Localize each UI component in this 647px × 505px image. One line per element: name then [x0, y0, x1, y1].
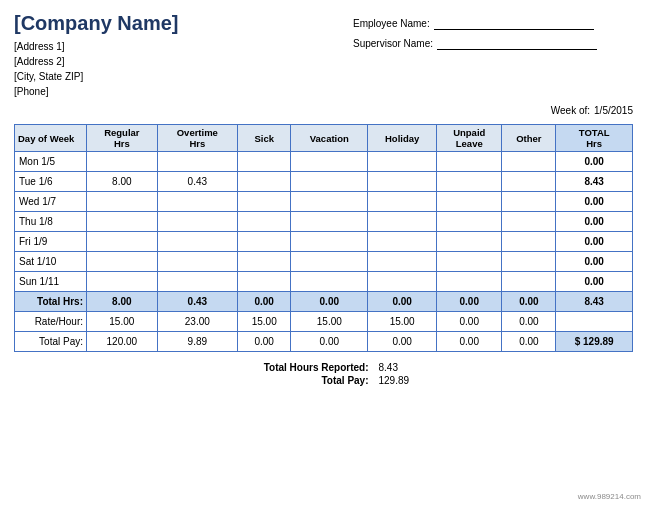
- table-cell[interactable]: [437, 192, 502, 212]
- rate-cell[interactable]: 23.00: [157, 312, 237, 332]
- table-cell[interactable]: 0.00: [556, 232, 633, 252]
- table-cell[interactable]: [502, 252, 556, 272]
- table-cell[interactable]: 0.43: [157, 172, 237, 192]
- table-cell: Mon 1/5: [15, 152, 87, 172]
- total-hrs-cell: 0.00: [237, 292, 290, 312]
- rate-row: Rate/Hour:15.0023.0015.0015.0015.000.000…: [15, 312, 633, 332]
- table-cell[interactable]: 0.00: [556, 212, 633, 232]
- table-cell[interactable]: [368, 192, 437, 212]
- table-cell[interactable]: [291, 252, 368, 272]
- total-pay-cell: 0.00: [368, 332, 437, 352]
- table-cell[interactable]: [368, 152, 437, 172]
- supervisor-name-label: Supervisor Name:: [353, 38, 433, 49]
- week-value: 1/5/2015: [594, 105, 633, 116]
- table-cell[interactable]: 0.00: [556, 192, 633, 212]
- table-cell[interactable]: [437, 172, 502, 192]
- table-cell: Thu 1/8: [15, 212, 87, 232]
- table-cell[interactable]: [368, 272, 437, 292]
- total-hrs-cell: 8.00: [87, 292, 158, 312]
- table-cell[interactable]: [237, 172, 290, 192]
- table-row: Mon 1/50.00: [15, 152, 633, 172]
- col-header-holiday: Holiday: [368, 125, 437, 152]
- supervisor-name-field[interactable]: [437, 36, 597, 50]
- table-cell[interactable]: [291, 272, 368, 292]
- total-hrs-cell: 0.00: [437, 292, 502, 312]
- table-cell[interactable]: [237, 232, 290, 252]
- total-pay-cell: $ 129.89: [556, 332, 633, 352]
- table-cell[interactable]: [157, 192, 237, 212]
- table-cell[interactable]: [291, 232, 368, 252]
- table-cell[interactable]: [157, 152, 237, 172]
- rate-cell[interactable]: [556, 312, 633, 332]
- table-cell[interactable]: 8.43: [556, 172, 633, 192]
- table-cell[interactable]: [502, 172, 556, 192]
- table-cell[interactable]: [87, 152, 158, 172]
- table-cell[interactable]: [437, 272, 502, 292]
- col-header-total: TOTALHrs: [556, 125, 633, 152]
- table-cell[interactable]: [502, 232, 556, 252]
- table-cell[interactable]: [368, 232, 437, 252]
- table-cell[interactable]: [157, 232, 237, 252]
- table-cell: Tue 1/6: [15, 172, 87, 192]
- table-cell[interactable]: [157, 252, 237, 272]
- total-pay-cell: 0.00: [237, 332, 290, 352]
- table-cell[interactable]: [237, 272, 290, 292]
- table-header-row: Day of Week RegularHrs OvertimeHrs Sick …: [15, 125, 633, 152]
- week-row: Week of: 1/5/2015: [14, 105, 633, 116]
- total-pay-cell: 0.00: [291, 332, 368, 352]
- table-cell[interactable]: [291, 192, 368, 212]
- table-cell[interactable]: 0.00: [556, 252, 633, 272]
- table-cell[interactable]: [368, 252, 437, 272]
- table-cell[interactable]: 0.00: [556, 272, 633, 292]
- table-cell[interactable]: [502, 192, 556, 212]
- table-cell[interactable]: [237, 192, 290, 212]
- col-header-unpaid: UnpaidLeave: [437, 125, 502, 152]
- total-hrs-cell: 0.43: [157, 292, 237, 312]
- summary-pay-row: Total Pay: 129.89: [14, 375, 633, 386]
- table-cell[interactable]: [437, 212, 502, 232]
- table-cell[interactable]: [502, 152, 556, 172]
- rate-cell[interactable]: 0.00: [437, 312, 502, 332]
- table-row: Tue 1/68.000.438.43: [15, 172, 633, 192]
- table-cell[interactable]: [157, 212, 237, 232]
- table-row: Thu 1/80.00: [15, 212, 633, 232]
- phone: [Phone]: [14, 84, 178, 99]
- table-cell[interactable]: [237, 212, 290, 232]
- table-cell[interactable]: [437, 232, 502, 252]
- summary-hours-value: 8.43: [379, 362, 439, 373]
- rate-cell[interactable]: 15.00: [87, 312, 158, 332]
- rate-cell[interactable]: 15.00: [368, 312, 437, 332]
- table-cell[interactable]: [437, 152, 502, 172]
- rate-cell[interactable]: 15.00: [237, 312, 290, 332]
- table-cell[interactable]: [291, 172, 368, 192]
- table-cell[interactable]: [87, 212, 158, 232]
- table-cell[interactable]: [237, 252, 290, 272]
- table-cell[interactable]: [157, 272, 237, 292]
- rate-cell[interactable]: 0.00: [502, 312, 556, 332]
- employee-name-field[interactable]: [434, 16, 594, 30]
- table-cell[interactable]: [437, 252, 502, 272]
- table-cell[interactable]: [237, 152, 290, 172]
- city-state-zip: [City, State ZIP]: [14, 69, 178, 84]
- table-cell[interactable]: [502, 272, 556, 292]
- employee-info: Employee Name: Supervisor Name:: [353, 12, 633, 99]
- table-cell[interactable]: [87, 252, 158, 272]
- company-name: [Company Name]: [14, 12, 178, 35]
- table-cell[interactable]: [291, 152, 368, 172]
- table-cell[interactable]: [87, 192, 158, 212]
- col-header-overtime: OvertimeHrs: [157, 125, 237, 152]
- table-cell[interactable]: [291, 212, 368, 232]
- total-hrs-cell: 0.00: [368, 292, 437, 312]
- address1: [Address 1]: [14, 39, 178, 54]
- week-label: Week of:: [551, 105, 590, 116]
- table-cell[interactable]: [87, 272, 158, 292]
- total-pay-cell: 0.00: [502, 332, 556, 352]
- table-cell[interactable]: [87, 232, 158, 252]
- table-cell[interactable]: [368, 212, 437, 232]
- table-cell[interactable]: 0.00: [556, 152, 633, 172]
- table-cell[interactable]: 8.00: [87, 172, 158, 192]
- employee-name-row: Employee Name:: [353, 16, 633, 30]
- rate-cell[interactable]: 15.00: [291, 312, 368, 332]
- table-cell[interactable]: [502, 212, 556, 232]
- table-cell[interactable]: [368, 172, 437, 192]
